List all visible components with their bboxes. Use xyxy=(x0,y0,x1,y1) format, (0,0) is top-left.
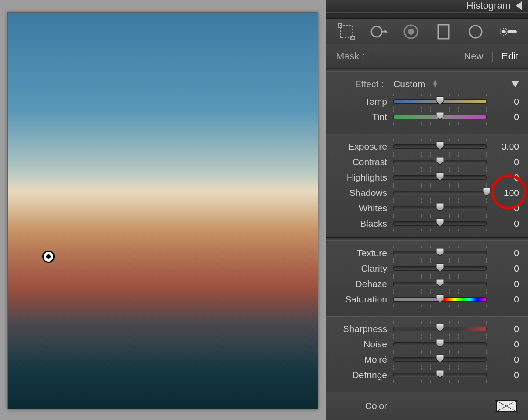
image-preview[interactable] xyxy=(7,12,318,409)
slider-value[interactable]: 0 xyxy=(487,339,519,350)
graduated-filter-button[interactable] xyxy=(431,19,456,44)
slider-moiré[interactable] xyxy=(393,355,487,365)
slider-label: Noise xyxy=(335,339,393,350)
adjustment-brush-button[interactable] xyxy=(496,19,521,44)
color-section: Color xyxy=(326,392,528,420)
histogram-panel-header[interactable]: Histogram xyxy=(326,0,528,12)
slider-label: Blacks xyxy=(335,218,393,229)
slider-defringe[interactable] xyxy=(393,370,487,380)
slider-blacks[interactable] xyxy=(393,219,487,228)
slider-highlights[interactable] xyxy=(393,173,487,182)
effect-dropdown[interactable]: Custom ▲▼ xyxy=(393,79,511,89)
slider-label: Highlights xyxy=(335,172,393,183)
slider-row-exposure: Exposure0.00 xyxy=(326,139,528,154)
slider-value[interactable]: 0 xyxy=(487,324,519,334)
slider-value[interactable]: 0 xyxy=(487,157,519,167)
slider-noise[interactable] xyxy=(393,339,487,349)
slider-label: Temp xyxy=(335,96,393,107)
slider-label: Sharpness xyxy=(335,324,393,334)
slider-value[interactable]: 0 xyxy=(487,354,519,365)
svg-point-9 xyxy=(502,30,506,33)
redeye-tool-button[interactable] xyxy=(399,19,423,44)
slider-exposure[interactable] xyxy=(393,142,487,151)
collapse-left-icon[interactable] xyxy=(516,1,522,10)
slider-row-noise: Noise0 xyxy=(326,336,528,352)
mask-edit-button[interactable]: Edit xyxy=(502,51,518,62)
slider-tint[interactable] xyxy=(393,112,487,122)
slider-clarity[interactable] xyxy=(393,264,487,273)
develop-panel: Histogram Mask : New | xyxy=(326,0,528,420)
slider-saturation[interactable] xyxy=(393,295,487,304)
slider-label: Tint xyxy=(335,112,393,122)
slider-value[interactable]: 100 xyxy=(487,188,519,198)
svg-point-3 xyxy=(371,26,382,37)
panel-divider xyxy=(326,12,528,19)
mask-new-button[interactable]: New xyxy=(464,51,483,62)
effect-section: Effect : Custom ▲▼ Temp0Tint0 xyxy=(326,71,528,131)
slider-texture[interactable] xyxy=(393,248,487,258)
spot-removal-icon xyxy=(369,22,388,41)
svg-point-7 xyxy=(469,26,482,38)
radial-filter-button[interactable] xyxy=(463,19,488,44)
slider-label: Clarity xyxy=(335,263,393,274)
dropdown-arrows-icon: ▲▼ xyxy=(432,80,438,87)
slider-value[interactable]: 0.00 xyxy=(487,141,519,152)
slider-value[interactable]: 0 xyxy=(487,203,519,214)
slider-value[interactable]: 0 xyxy=(487,279,519,289)
slider-label: Shadows xyxy=(335,188,393,198)
slider-row-highlights: Highlights0 xyxy=(326,169,528,185)
slider-value[interactable]: 0 xyxy=(487,248,519,258)
svg-rect-6 xyxy=(438,25,449,39)
slider-dehaze[interactable] xyxy=(393,279,487,289)
slider-value[interactable]: 0 xyxy=(487,218,519,229)
detail-section: Sharpness0Noise0Moiré0Defringe0 xyxy=(326,316,528,389)
adjustment-pin[interactable] xyxy=(42,251,55,263)
slider-label: Contrast xyxy=(335,157,393,167)
crop-icon xyxy=(337,22,356,41)
svg-rect-10 xyxy=(508,30,517,33)
color-swatch-button[interactable] xyxy=(496,400,517,412)
slider-row-clarity: Clarity0 xyxy=(326,261,528,276)
eye-icon xyxy=(401,22,421,41)
radial-filter-icon xyxy=(466,22,485,41)
slider-row-defringe: Defringe0 xyxy=(326,367,528,383)
slider-label: Defringe xyxy=(335,370,393,380)
graduated-filter-icon xyxy=(434,22,453,41)
slider-label: Texture xyxy=(335,248,393,258)
brush-icon xyxy=(499,22,518,41)
slider-row-moiré: Moiré0 xyxy=(326,352,528,367)
slider-label: Saturation xyxy=(335,294,393,305)
slider-value[interactable]: 0 xyxy=(487,294,519,305)
image-canvas-area xyxy=(0,0,326,420)
slider-row-dehaze: Dehaze0 xyxy=(326,276,528,291)
slider-row-tint: Tint0 xyxy=(326,109,528,125)
slider-value[interactable]: 0 xyxy=(487,263,519,274)
slider-row-contrast: Contrast0 xyxy=(326,154,528,169)
effect-row: Effect : Custom ▲▼ xyxy=(326,76,528,94)
slider-row-blacks: Blacks0 xyxy=(326,216,528,231)
slider-label: Whites xyxy=(335,203,393,214)
slider-value[interactable]: 0 xyxy=(487,96,519,107)
crop-tool-button[interactable] xyxy=(334,19,359,44)
slider-value[interactable]: 0 xyxy=(487,370,519,380)
slider-temp[interactable] xyxy=(393,97,487,107)
slider-row-saturation: Saturation0 xyxy=(326,291,528,307)
spot-removal-button[interactable] xyxy=(366,19,391,44)
slider-contrast[interactable] xyxy=(393,157,487,167)
slider-group-tone: Exposure0.00Contrast0Highlights0Shadows1… xyxy=(326,139,528,231)
slider-whites[interactable] xyxy=(393,203,487,213)
slider-sharpness[interactable] xyxy=(393,324,487,334)
slider-group-color: Temp0Tint0 xyxy=(326,94,528,125)
tone-section: Exposure0.00Contrast0Highlights0Shadows1… xyxy=(326,134,528,238)
slider-value[interactable]: 0 xyxy=(487,112,519,122)
presence-section: Texture0Clarity0Dehaze0Saturation0 xyxy=(326,240,528,313)
color-label: Color xyxy=(335,401,393,411)
slider-shadows[interactable] xyxy=(393,188,487,198)
slider-group-presence: Texture0Clarity0Dehaze0Saturation0 xyxy=(326,245,528,307)
slider-value[interactable]: 0 xyxy=(487,172,519,183)
disclosure-triangle-icon[interactable] xyxy=(511,81,519,87)
mask-label: Mask : xyxy=(336,51,365,62)
svg-point-5 xyxy=(408,29,414,35)
panel-title: Histogram xyxy=(466,0,510,11)
slider-group-detail: Sharpness0Noise0Moiré0Defringe0 xyxy=(326,321,528,383)
